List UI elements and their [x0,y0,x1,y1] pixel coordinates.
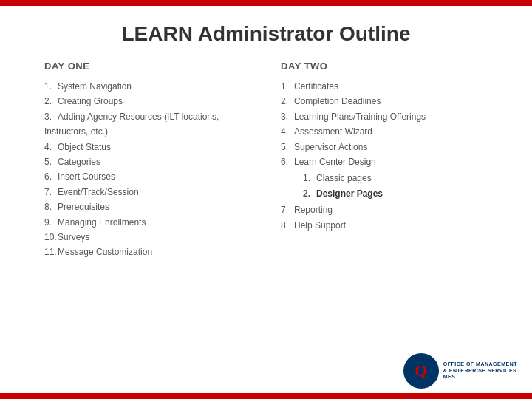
logo-circle: Q [403,353,439,389]
list-item: 3.Learning Plans/Training Offerings [281,109,488,124]
list-item: 5.Categories [44,154,251,169]
page-title: LEARN Administrator Outline [0,0,532,61]
list-item: 6.Learn Center Design 1.Classic pages 2.… [281,154,488,201]
sub-list-item: 1.Classic pages [303,171,488,185]
list-item: 4.Assessment Wizard [281,124,488,139]
logo-text-block: OFFICE OF MANAGEMENT & ENTERPRISE SERVIC… [443,361,517,380]
content-area: DAY ONE 1.System Navigation 2.Creating G… [0,61,532,260]
list-item: 9.Managing Enrollments [44,215,251,230]
list-item: 5.Supervisor Actions [281,140,488,154]
list-item: 7.Event/Track/Session [44,185,251,200]
logo-area: Q OFFICE OF MANAGEMENT & ENTERPRISE SERV… [403,353,517,389]
logo-q-letter: Q [415,363,427,379]
day-two-list: 1.Certificates 2.Completion Deadlines 3.… [281,79,488,233]
list-item: 6.Insert Courses [44,169,251,184]
day-two-heading: DAY TWO [281,61,488,72]
top-bar [0,0,532,6]
day-one-list: 1.System Navigation 2.Creating Groups 3.… [44,79,251,260]
logo-brand: MES [443,374,517,380]
list-item: 7.Reporting [281,202,488,217]
list-item: 3.Adding Agency Resources (ILT locations… [44,109,251,140]
list-item: 4.Object Status [44,140,251,154]
logo-line1: OFFICE OF MANAGEMENT [443,361,517,367]
bottom-bar [0,393,532,399]
day-two-column: DAY TWO 1.Certificates 2.Completion Dead… [281,61,488,260]
list-item: 11.Message Customization [44,245,251,259]
day-one-heading: DAY ONE [44,61,251,72]
sub-list-item-bold: 2.Designer Pages [303,186,488,201]
list-item: 2.Completion Deadlines [281,94,488,109]
list-item: 8.Prerequisites [44,200,251,214]
list-item: 10.Surveys [44,230,251,245]
list-item: 1.System Navigation [44,79,251,94]
day-one-column: DAY ONE 1.System Navigation 2.Creating G… [44,61,251,260]
logo-line2: & ENTERPRISE SERVICES [443,368,517,374]
list-item: 2.Creating Groups [44,94,251,109]
list-item: 1.Certificates [281,79,488,94]
list-item: 8.Help Support [281,218,488,233]
sub-list: 1.Classic pages 2.Designer Pages [281,171,488,201]
